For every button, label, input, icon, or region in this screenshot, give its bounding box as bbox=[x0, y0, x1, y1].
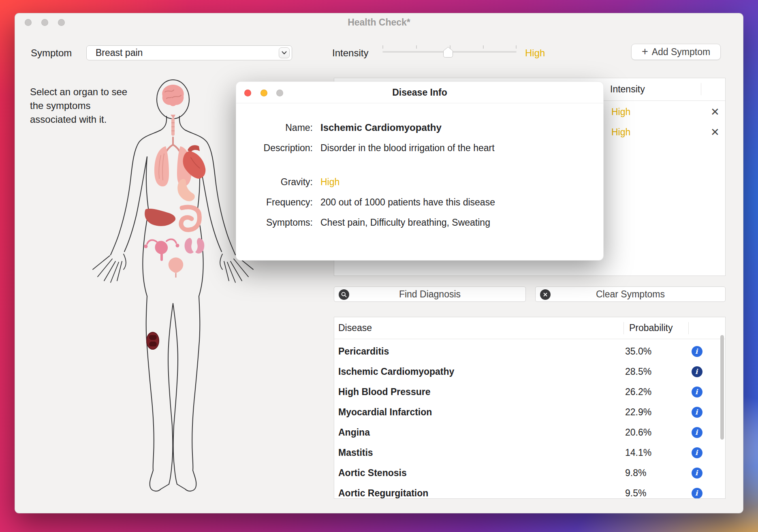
disease-info-dialog: Disease Info Name: Ischemic Cardiomyopat… bbox=[236, 81, 604, 261]
disease-name: Pericarditis bbox=[338, 346, 619, 357]
scrollbar-thumb[interactable] bbox=[720, 335, 724, 440]
organ-knee-joint[interactable] bbox=[147, 332, 159, 349]
disease-probability: 35.0% bbox=[619, 346, 684, 357]
disease-info-button[interactable]: i bbox=[692, 407, 702, 418]
symptom-label: Symptom bbox=[31, 45, 72, 60]
dialog-field-row: Name: Ischemic Cardiomyopathy bbox=[236, 118, 603, 138]
close-button[interactable] bbox=[25, 19, 32, 26]
diagnosis-row: Angina 20.6% i bbox=[334, 422, 725, 442]
chevron-down-icon bbox=[279, 47, 290, 58]
clear-symptoms-button[interactable]: Clear Symptoms bbox=[535, 286, 726, 302]
probability-column-header: Probability bbox=[629, 317, 673, 339]
disease-probability: 20.6% bbox=[619, 427, 684, 438]
dialog-title: Disease Info bbox=[236, 82, 603, 103]
diagnosis-row: Ischemic Cardiomyopathy 28.5% i bbox=[334, 361, 725, 382]
remove-symptom-button[interactable]: ✕ bbox=[706, 124, 724, 140]
dialog-field-label: Symptoms: bbox=[236, 217, 313, 228]
intensity-label: Intensity bbox=[332, 45, 368, 60]
disease-info-button[interactable]: i bbox=[692, 447, 702, 458]
info-icon: i bbox=[695, 389, 698, 395]
add-symptom-label: Add Symptom bbox=[652, 47, 710, 58]
disease-probability: 26.2% bbox=[619, 387, 684, 397]
dialog-field-value: Disorder in the blood irrigation of the … bbox=[313, 143, 495, 154]
window-titlebar: Health Check* bbox=[15, 13, 743, 31]
info-icon: i bbox=[695, 470, 698, 476]
disease-name: Aortic Regurgitation bbox=[338, 488, 619, 499]
diagnosis-row: High Blood Pressure 26.2% i bbox=[334, 382, 725, 402]
intensity-slider[interactable] bbox=[382, 45, 517, 62]
intensity-slider-thumb[interactable] bbox=[443, 47, 453, 58]
diagnosis-row: Myocardial Infarction 22.9% i bbox=[334, 402, 725, 422]
symptom-intensity-value: High bbox=[611, 102, 630, 122]
organ-bladder[interactable] bbox=[169, 258, 184, 278]
disease-probability: 22.9% bbox=[619, 407, 684, 418]
disease-probability: 9.5% bbox=[619, 488, 684, 499]
disease-name: Mastitis bbox=[338, 447, 619, 458]
diagnosis-row: Mastitis 14.1% i bbox=[334, 442, 725, 463]
dialog-fields: Name: Ischemic Cardiomyopathy Descriptio… bbox=[236, 103, 603, 233]
organs bbox=[144, 85, 206, 349]
column-separator bbox=[701, 83, 701, 95]
slider-tick bbox=[382, 45, 383, 49]
disease-info-button[interactable]: i bbox=[692, 488, 702, 499]
info-icon: i bbox=[695, 429, 698, 436]
find-diagnosis-button[interactable]: Find Diagnosis bbox=[334, 286, 526, 302]
disease-probability: 9.8% bbox=[619, 468, 684, 479]
organ-intestine[interactable] bbox=[181, 207, 199, 230]
organ-trachea[interactable] bbox=[171, 115, 175, 136]
info-icon: i bbox=[695, 348, 698, 355]
disease-info-button[interactable]: i bbox=[692, 427, 702, 438]
column-separator bbox=[688, 322, 689, 334]
info-icon: i bbox=[695, 449, 698, 456]
dialog-field-row: Frequency: 200 out of 1000 patients have… bbox=[236, 192, 603, 212]
disease-name: Angina bbox=[338, 427, 619, 438]
diagnosis-row: Pericarditis 35.0% i bbox=[334, 341, 725, 361]
dialog-field-row: Gravity: High bbox=[236, 172, 603, 192]
disease-info-button[interactable]: i bbox=[692, 346, 702, 357]
disease-probability: 14.1% bbox=[619, 447, 684, 458]
organ-kidneys[interactable] bbox=[185, 238, 205, 254]
minimize-button[interactable] bbox=[41, 19, 48, 26]
disease-info-button[interactable]: i bbox=[692, 468, 702, 479]
disease-name: Ischemic Cardiomyopathy bbox=[338, 366, 619, 377]
symptom-select-value: Breast pain bbox=[96, 47, 143, 58]
symptom-intensity-value: High bbox=[611, 122, 630, 142]
slider-tick bbox=[483, 45, 484, 49]
dialog-field-label: Name: bbox=[236, 122, 313, 133]
zoom-button[interactable] bbox=[58, 19, 65, 26]
symptom-select[interactable]: Breast pain bbox=[86, 45, 292, 60]
dialog-field-row: Description: Disorder in the blood irrig… bbox=[236, 138, 603, 158]
diagnosis-row: Aortic Regurgitation 9.5% i bbox=[334, 483, 725, 499]
organ-uterus[interactable] bbox=[144, 239, 179, 260]
dialog-titlebar: Disease Info bbox=[236, 82, 603, 103]
window-title: Health Check* bbox=[15, 13, 743, 31]
info-icon: i bbox=[695, 490, 698, 497]
disease-info-button[interactable]: i bbox=[692, 366, 702, 377]
dialog-field-label: Frequency: bbox=[236, 197, 313, 208]
find-diagnosis-label: Find Diagnosis bbox=[334, 287, 525, 301]
dialog-field-label: Gravity: bbox=[236, 177, 313, 188]
intensity-column-header: Intensity bbox=[610, 78, 645, 100]
disease-info-button[interactable]: i bbox=[692, 387, 702, 397]
add-symptom-button[interactable]: + Add Symptom bbox=[631, 44, 721, 60]
slider-tick bbox=[416, 45, 417, 49]
close-icon: ✕ bbox=[711, 106, 720, 118]
disease-name: Aortic Stenosis bbox=[338, 468, 619, 479]
desktop-wallpaper: Health Check* Symptom Breast pain Intens… bbox=[0, 0, 758, 532]
dialog-field-row: Symptoms: Chest pain, Difficulty breathi… bbox=[236, 212, 603, 233]
diagnosis-row: Aortic Stenosis 9.8% i bbox=[334, 463, 725, 483]
organ-liver[interactable] bbox=[145, 209, 175, 226]
dialog-field-value: Chest pain, Difficulty breathing, Sweati… bbox=[313, 217, 490, 228]
organ-brain[interactable] bbox=[162, 85, 184, 106]
info-icon: i bbox=[695, 368, 698, 375]
disease-name: Myocardial Infarction bbox=[338, 407, 619, 418]
slider-tick bbox=[516, 45, 517, 49]
disease-column-header: Disease bbox=[338, 317, 372, 339]
intensity-value: High bbox=[525, 45, 545, 60]
dialog-field-value: Ischemic Cardiomyopathy bbox=[313, 122, 442, 133]
diagnosis-rows: Pericarditis 35.0% i Ischemic Cardiomyop… bbox=[334, 339, 725, 499]
column-separator bbox=[623, 322, 624, 334]
dialog-field-value: 200 out of 1000 patients have this disea… bbox=[313, 197, 495, 208]
diagnosis-table: Disease Probability Pericarditis 35.0% i… bbox=[334, 317, 726, 499]
remove-symptom-button[interactable]: ✕ bbox=[706, 104, 724, 120]
